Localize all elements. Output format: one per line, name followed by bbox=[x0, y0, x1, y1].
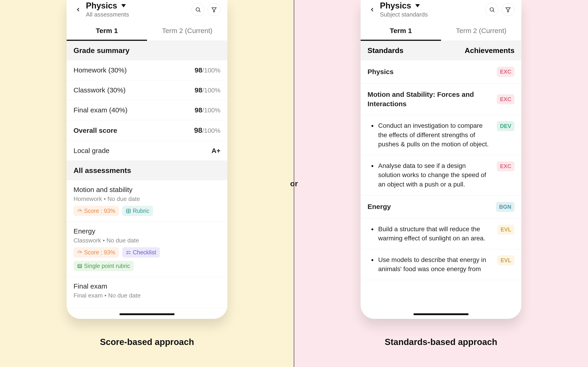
standard-name: Motion and Stability: Forces and Interac… bbox=[367, 90, 497, 108]
home-indicator[interactable] bbox=[414, 313, 468, 315]
tab-term-1[interactable]: Term 1 bbox=[67, 21, 147, 41]
standard-row[interactable]: PhysicsEXC bbox=[361, 60, 521, 83]
single-rubric-pill[interactable]: Single point rubric bbox=[73, 261, 134, 271]
term-tabs: Term 1 Term 2 (Current) bbox=[67, 21, 227, 41]
search-button[interactable] bbox=[191, 3, 204, 16]
search-icon bbox=[195, 7, 201, 13]
achievement-badge: BGN bbox=[496, 202, 515, 212]
assessment-motion[interactable]: Motion and stability Homework • No due d… bbox=[67, 180, 227, 222]
bullet-icon: • bbox=[371, 123, 374, 129]
search-icon bbox=[489, 7, 495, 13]
svg-line-8 bbox=[80, 252, 81, 253]
grade-value: 98/100% bbox=[194, 126, 221, 135]
header-title-block: Physics All assessments bbox=[86, 1, 188, 18]
chevron-left-icon bbox=[369, 7, 375, 12]
page-title: Physics bbox=[86, 1, 117, 10]
grade-value: A+ bbox=[212, 147, 221, 155]
grade-label: Classwork (30%) bbox=[73, 86, 126, 94]
grade-row-homework[interactable]: Homework (30%) 98/100% bbox=[67, 60, 227, 80]
grade-value: 98/100% bbox=[195, 66, 221, 74]
grade-row-overall[interactable]: Overall score 98/100% bbox=[67, 120, 227, 141]
bullet-icon: • bbox=[371, 257, 374, 264]
back-button[interactable] bbox=[73, 5, 83, 14]
pill-row: Score : 93% Rubric bbox=[73, 206, 221, 216]
standard-name: Physics bbox=[367, 67, 497, 77]
svg-marker-17 bbox=[506, 8, 510, 12]
page-title: Physics bbox=[380, 1, 411, 10]
grade-row-local[interactable]: Local grade A+ bbox=[67, 141, 227, 161]
achievement-badge: EVL bbox=[497, 225, 515, 235]
tab-term-1[interactable]: Term 1 bbox=[361, 21, 441, 41]
filter-button[interactable] bbox=[502, 3, 515, 16]
grade-label: Local grade bbox=[73, 147, 110, 155]
grade-label: Final exam (40%) bbox=[73, 106, 128, 114]
caret-down-icon[interactable] bbox=[121, 4, 126, 7]
page-subtitle: Subject standards bbox=[380, 11, 482, 18]
assessment-meta: Classwork • No due date bbox=[73, 237, 221, 244]
col-achievements: Achievements bbox=[465, 46, 515, 55]
svg-line-2 bbox=[199, 10, 200, 12]
all-assessments-header: All assessments bbox=[67, 161, 227, 180]
caret-down-icon[interactable] bbox=[415, 4, 420, 7]
grade-value: 98/100% bbox=[195, 106, 221, 114]
svg-line-16 bbox=[493, 10, 494, 12]
standard-row[interactable]: EnergyBGN bbox=[361, 195, 521, 219]
standard-sub-row[interactable]: •Build a structure that will reduce the … bbox=[361, 219, 521, 249]
or-label: or bbox=[288, 179, 300, 188]
achievement-badge: EVL bbox=[497, 255, 515, 265]
grade-label: Overall score bbox=[73, 127, 117, 134]
rubric-pill[interactable]: Rubric bbox=[122, 206, 153, 216]
standard-name: Energy bbox=[367, 202, 496, 211]
grade-value: 98/100% bbox=[195, 86, 221, 94]
right-caption: Standards-based approach bbox=[385, 337, 497, 347]
filter-button[interactable] bbox=[208, 3, 221, 16]
assessment-final-exam[interactable]: Final exam Final exam • No due date bbox=[67, 277, 227, 308]
standard-sub-row[interactable]: •Conduct an investigation to compare the… bbox=[361, 115, 521, 155]
assessment-energy[interactable]: Energy Classwork • No due date Score : 9… bbox=[67, 222, 227, 277]
list-icon bbox=[77, 264, 82, 269]
checklist-icon bbox=[126, 250, 131, 255]
achievement-badge: DEV bbox=[497, 121, 515, 131]
right-panel: Physics Subject standards Term 1 Term 2 … bbox=[294, 0, 588, 367]
assessment-meta: Homework • No due date bbox=[73, 195, 221, 202]
assessment-meta: Final exam • No due date bbox=[73, 292, 221, 299]
scroll-area[interactable]: Grade summary Homework (30%) 98/100% Cla… bbox=[67, 41, 227, 319]
bullet-icon: • bbox=[371, 163, 374, 169]
phone-header: Physics All assessments bbox=[67, 0, 227, 21]
grade-row-classwork[interactable]: Classwork (30%) 98/100% bbox=[67, 80, 227, 100]
standards-columns-header: Standards Achievements bbox=[361, 41, 521, 60]
svg-rect-11 bbox=[78, 264, 82, 268]
assessment-title: Motion and stability bbox=[73, 186, 221, 194]
header-title-block: Physics Subject standards bbox=[380, 1, 482, 18]
home-indicator[interactable] bbox=[120, 313, 174, 315]
standard-sub-text: Use models to describe that energy in an… bbox=[378, 255, 493, 274]
achievement-badge: EXC bbox=[497, 161, 515, 171]
standard-row[interactable]: Motion and Stability: Forces and Interac… bbox=[361, 83, 521, 115]
standard-sub-row[interactable]: •Analyse data to see if a design solutio… bbox=[361, 155, 521, 195]
filter-icon bbox=[505, 7, 511, 13]
left-caption: Score-based approach bbox=[100, 337, 194, 347]
standard-sub-row[interactable]: •Use models to describe that energy in a… bbox=[361, 249, 521, 280]
standard-sub-text: Analyse data to see if a design solution… bbox=[378, 161, 492, 189]
gauge-icon bbox=[77, 250, 82, 255]
svg-marker-3 bbox=[212, 8, 216, 12]
search-button[interactable] bbox=[485, 3, 498, 16]
grade-row-final[interactable]: Final exam (40%) 98/100% bbox=[67, 100, 227, 120]
scroll-area[interactable]: Standards Achievements PhysicsEXCMotion … bbox=[361, 41, 521, 319]
bullet-icon: • bbox=[371, 226, 374, 233]
phone-left: Physics All assessments Term 1 Term 2 (C… bbox=[67, 0, 227, 319]
assessment-title: Energy bbox=[73, 227, 221, 235]
achievement-badge: EXC bbox=[497, 67, 515, 77]
svg-line-4 bbox=[80, 211, 81, 211]
score-pill: Score : 93% bbox=[73, 206, 119, 216]
checklist-pill[interactable]: Checklist bbox=[122, 247, 160, 258]
tab-term-2[interactable]: Term 2 (Current) bbox=[441, 21, 521, 41]
svg-marker-0 bbox=[121, 4, 126, 7]
standard-sub-text: Conduct an investigation to compare the … bbox=[378, 121, 492, 149]
tab-term-2[interactable]: Term 2 (Current) bbox=[147, 21, 227, 41]
achievement-badge: EXC bbox=[497, 94, 515, 104]
phone-right: Physics Subject standards Term 1 Term 2 … bbox=[361, 0, 521, 319]
back-button[interactable] bbox=[367, 5, 377, 14]
score-pill: Score : 93% bbox=[73, 247, 119, 258]
term-tabs: Term 1 Term 2 (Current) bbox=[361, 21, 521, 41]
